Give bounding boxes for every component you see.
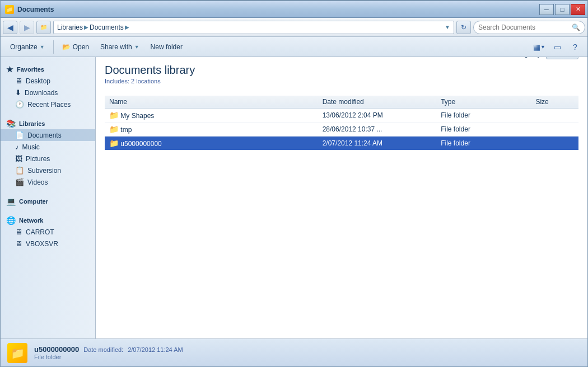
toolbar-sep1 <box>53 40 54 54</box>
status-info: u5000000000 Date modified: 2/07/2012 11:… <box>34 345 183 360</box>
sidebar-item-vboxsvr[interactable]: 🖥 VBOXSVR <box>1 238 95 250</box>
arrange-by-value: Folder <box>550 57 569 58</box>
desktop-icon: 🖥 <box>15 77 22 85</box>
navbar: ◀ ▶ 📁 Libraries ▶ Documents ▶ ▼ ↻ 🔍 <box>1 18 587 37</box>
share-arrow-icon: ▼ <box>134 44 139 50</box>
table-row[interactable]: 📁 My Shapes 13/06/2012 2:04 PM File fold… <box>105 109 578 123</box>
address-expand-icon[interactable]: ▼ <box>445 24 450 30</box>
arrange-by-label: Arrange by: <box>508 57 543 58</box>
table-row[interactable]: 📁 tmp 28/06/2012 10:37 ... File folder <box>105 123 578 137</box>
new-folder-button[interactable]: New folder <box>146 39 188 55</box>
file-size-cell <box>531 137 578 150</box>
file-name-cell: 📁 tmp <box>105 123 318 137</box>
toolbar-right: ▦ ▼ ▭ ? <box>531 39 583 55</box>
titlebar-title: 📁 Documents <box>5 5 54 14</box>
forward-button[interactable]: ▶ <box>20 21 34 34</box>
subversion-icon: 📋 <box>15 166 24 175</box>
file-type-cell: File folder <box>436 137 531 150</box>
column-header-date-modified[interactable]: Date modified <box>318 96 437 109</box>
sidebar-item-documents[interactable]: 📄 Documents <box>1 129 95 141</box>
breadcrumb-sep2: ▶ <box>125 24 129 30</box>
main-window: 📁 Documents ─ □ ✕ ◀ ▶ 📁 Libraries ▶ Docu… <box>0 0 588 367</box>
documents-label: Documents <box>27 131 62 139</box>
library-title: Documents library <box>105 64 195 77</box>
titlebar-icon: 📁 <box>5 5 14 14</box>
open-label: Open <box>73 43 89 51</box>
share-label: Share with <box>100 43 132 51</box>
sidebar-section-libraries[interactable]: 📚 Libraries <box>1 116 95 129</box>
videos-label: Videos <box>27 178 48 186</box>
status-folder-icon: 📁 <box>11 346 25 360</box>
content-area: Documents library Includes: 2 locations … <box>96 57 587 338</box>
folder-yellow-icon: 📁 <box>109 111 119 120</box>
sidebar-section-network[interactable]: 🌐 Network <box>1 213 95 226</box>
network-globe-icon: 🌐 <box>6 216 16 225</box>
refresh-button[interactable]: ↻ <box>456 21 471 34</box>
subversion-label: Subversion <box>27 167 61 175</box>
recent-places-icon: 🕐 <box>15 100 24 109</box>
new-folder-label: New folder <box>151 43 183 51</box>
open-button[interactable]: 📂 Open <box>57 39 94 55</box>
file-date-cell: 28/06/2012 10:37 ... <box>318 123 437 137</box>
search-icon: 🔍 <box>572 23 580 31</box>
file-name: u5000000000 <box>120 140 161 148</box>
network-label: Network <box>19 217 43 224</box>
downloads-label: Downloads <box>25 89 58 97</box>
breadcrumb: Libraries ▶ Documents ▶ <box>57 23 129 31</box>
libraries-icon: 📚 <box>6 119 16 128</box>
help-icon: ? <box>573 43 577 51</box>
view-button[interactable]: ▦ ▼ <box>531 39 547 55</box>
up-button[interactable]: 📁 <box>36 21 51 34</box>
titlebar-controls: ─ □ ✕ <box>539 4 585 15</box>
organize-button[interactable]: Organize ▼ <box>5 39 50 55</box>
sidebar-item-downloads[interactable]: ⬇ Downloads <box>1 87 95 98</box>
arrange-bar: Arrange by: Folder ▼ <box>508 57 578 59</box>
downloads-icon: ⬇ <box>15 88 21 97</box>
favorites-star-icon: ★ <box>6 65 13 74</box>
share-button[interactable]: Share with ▼ <box>95 39 144 55</box>
arrange-dropdown[interactable]: Folder ▼ <box>546 57 578 59</box>
address-bar[interactable]: Libraries ▶ Documents ▶ ▼ <box>53 21 454 34</box>
preview-pane-button[interactable]: ▭ <box>549 39 565 55</box>
library-subtitle: Includes: 2 locations <box>105 78 195 84</box>
view-icon: ▦ <box>533 43 540 51</box>
back-button[interactable]: ◀ <box>3 21 17 34</box>
file-table: Name Date modified Type Size 📁 My Shapes… <box>105 96 578 150</box>
sidebar-item-music[interactable]: ♪ Music <box>1 141 95 153</box>
carrot-icon: 🖥 <box>15 228 22 236</box>
table-header-row: Name Date modified Type Size <box>105 96 578 109</box>
minimize-button[interactable]: ─ <box>539 4 554 15</box>
table-row[interactable]: 📁 u5000000000 2/07/2012 11:24 AM File fo… <box>105 137 578 150</box>
file-name: tmp <box>120 126 132 134</box>
pictures-label: Pictures <box>26 155 50 163</box>
maximize-button[interactable]: □ <box>555 4 570 15</box>
file-size-cell <box>531 123 578 137</box>
sidebar-item-carrot[interactable]: 🖥 CARROT <box>1 226 95 238</box>
status-date-modified-label: Date modified: <box>83 346 123 353</box>
column-header-size[interactable]: Size <box>531 96 578 109</box>
breadcrumb-sep1: ▶ <box>84 24 88 30</box>
computer-label: Computer <box>19 198 48 205</box>
file-name-cell: 📁 u5000000000 <box>105 137 318 150</box>
sidebar-item-desktop[interactable]: 🖥 Desktop <box>1 75 95 87</box>
sidebar-item-videos[interactable]: 🎬 Videos <box>1 176 95 188</box>
folder-green-icon: 📁 <box>109 139 119 148</box>
music-label: Music <box>22 143 40 151</box>
help-button[interactable]: ? <box>567 39 583 55</box>
sidebar-item-pictures[interactable]: 🖼 Pictures <box>1 153 95 164</box>
breadcrumb-documents: Documents <box>90 23 124 31</box>
folder-yellow-icon: 📁 <box>109 125 119 134</box>
search-input[interactable] <box>478 23 570 31</box>
vboxsvr-label: VBOXSVR <box>26 240 58 248</box>
column-header-type[interactable]: Type <box>436 96 531 109</box>
column-header-name[interactable]: Name <box>105 96 318 109</box>
sidebar-item-subversion[interactable]: 📋 Subversion <box>1 164 95 176</box>
sidebar-item-recent-places[interactable]: 🕐 Recent Places <box>1 98 95 110</box>
file-date-cell: 2/07/2012 11:24 AM <box>318 137 437 150</box>
locations-link[interactable]: 2 locations <box>131 78 161 84</box>
search-box[interactable]: 🔍 <box>473 21 585 34</box>
titlebar: 📁 Documents ─ □ ✕ <box>1 1 587 18</box>
sidebar-section-computer[interactable]: 💻 Computer <box>1 194 95 207</box>
close-button[interactable]: ✕ <box>571 4 585 15</box>
sidebar-section-favorites[interactable]: ★ Favorites <box>1 62 95 75</box>
